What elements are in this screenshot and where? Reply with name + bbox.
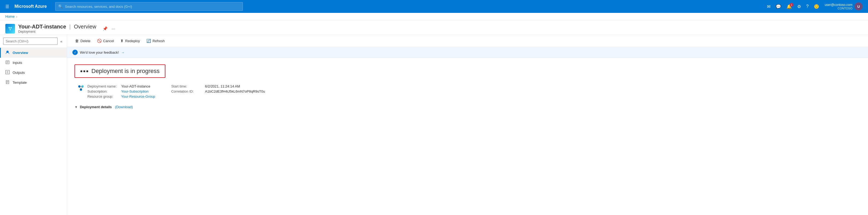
sidebar-item-label-template: Template [12,81,27,85]
resource-group-value[interactable]: Your-Resource-Group [121,95,155,99]
page-header: Your-ADT-instance | Overview Deployment … [0,20,868,35]
subscription-row: Subscription: Your-Subscription [87,89,155,93]
help-icon-button[interactable]: ? [804,2,811,10]
email-icon-button[interactable]: ✉ [765,2,773,11]
deployment-section: Deployment is in progress [67,58,868,115]
delete-button[interactable]: 🗑 Delete [72,37,93,45]
deployment-status-title: Deployment is in progress [91,68,159,75]
deployment-name-label: Deployment name: [87,84,120,88]
user-email: user@contoso.com [825,3,852,7]
deployment-info: Deployment name: Your-ADT-instance Subsc… [74,84,861,99]
cancel-button[interactable]: 🚫 Cancel [94,37,117,45]
feedback-link[interactable]: → [121,51,124,54]
status-dot-2 [83,70,85,72]
subscription-label: Subscription: [87,89,120,93]
header-actions: 📌 ··· [102,25,116,32]
user-text: user@contoso.com CONTOSO [825,3,852,10]
cancel-label: Cancel [103,39,114,43]
start-time-row: Start time: 6/2/2021, 11:24:14 AM [171,84,265,88]
sidebar-search-area: « [0,35,67,48]
resource-group-label: Resource group: [87,95,120,99]
breadcrumb-chevron-icon: › [17,15,18,18]
sidebar-search-input[interactable] [3,37,58,45]
redeploy-icon: ⬆ [120,39,124,43]
overview-icon [5,50,10,55]
refresh-label: Refresh [153,39,165,43]
refresh-icon: 🔄 [146,39,151,43]
inputs-icon [5,60,10,65]
delete-label: Delete [81,39,91,43]
settings-icon-button[interactable]: ⚙ [795,2,803,11]
subscription-value[interactable]: Your-Subscription [121,89,149,93]
feedback-icon: ✓ [72,50,78,55]
page-title: Your-ADT-instance [18,24,66,30]
notification-badge: 1 [790,3,794,7]
page-title-section: Your-ADT-instance | Overview Deployment [18,24,96,33]
cancel-icon: 🚫 [97,39,102,43]
pin-icon-button[interactable]: 📌 [102,25,109,32]
global-search-bar: 🔍 [55,2,243,11]
start-time-label: Start time: [171,84,204,88]
page-header-top: Your-ADT-instance | Overview Deployment … [5,24,863,33]
template-icon [5,80,10,85]
deployment-status-box: Deployment is in progress [74,64,165,78]
content-with-toolbar: 🗑 Delete 🚫 Cancel ⬆ Redeploy 🔄 Refresh ✓… [67,35,868,215]
sidebar-collapse-button[interactable]: « [59,38,64,45]
correlation-label: Correlation ID: [171,89,204,93]
main-layout: « Overview Inputs Outputs [0,35,868,215]
sidebar-item-label-outputs: Outputs [12,71,25,75]
deployment-info-column-right: Start time: 6/2/2021, 11:24:14 AM Correl… [171,84,265,99]
start-time-value: 6/2/2021, 11:24:14 AM [205,84,240,88]
sidebar-item-outputs[interactable]: Outputs [0,68,67,78]
details-chevron-icon: ▼ [74,105,78,109]
deployment-adt-icon [77,84,85,93]
top-navigation: ☰ Microsoft Azure 🔍 ✉ 💬 🔔 1 ⚙ ? 🙂 user@c… [0,0,868,13]
notifications-icon-button[interactable]: 🔔 1 [784,2,794,11]
redeploy-button[interactable]: ⬆ Redeploy [118,37,143,45]
smiley-icon-button[interactable]: 🙂 [812,2,822,11]
hamburger-menu-button[interactable]: ☰ [3,2,11,11]
feedback-bar: ✓ We'd love your feedback! → [67,47,868,58]
deployment-details-label: Deployment details [80,105,112,109]
feedback-text: We'd love your feedback! [80,51,119,54]
deployment-name-value: Your-ADT-instance [121,84,150,88]
feedback-icon-button[interactable]: 💬 [774,2,783,11]
page-view-name: Overview [74,24,96,30]
content-area: ✓ We'd love your feedback! → Deployment … [67,47,868,215]
sidebar-item-inputs[interactable]: Inputs [0,58,67,68]
deployment-info-column-left: Deployment name: Your-ADT-instance Subsc… [87,84,155,99]
sidebar-item-template[interactable]: Template [0,78,67,87]
sidebar: « Overview Inputs Outputs [0,35,67,215]
status-dot-1 [81,70,82,72]
deployment-name-row: Deployment name: Your-ADT-instance [87,84,155,88]
sidebar-nav: Overview Inputs Outputs Template [0,48,67,215]
refresh-button[interactable]: 🔄 Refresh [144,37,167,45]
redeploy-label: Redeploy [125,39,140,43]
status-dots [81,70,88,72]
sidebar-item-overview[interactable]: Overview [0,48,67,58]
deployment-info-left: Deployment name: Your-ADT-instance Subsc… [77,84,155,99]
user-org: CONTOSO [825,7,852,10]
adt-resource-icon [7,26,13,32]
brand-name: Microsoft Azure [14,4,46,9]
correlation-value: A1bC2dE3fH4iJ5kL6mN7oP8qR9sT0u [205,89,265,93]
user-avatar: U [855,2,863,10]
search-icon: 🔍 [58,4,63,8]
deployment-download-link[interactable]: (Download) [115,105,133,109]
sidebar-item-label-overview: Overview [12,51,28,55]
global-search-input[interactable] [65,5,240,8]
more-options-button[interactable]: ··· [111,25,116,32]
home-breadcrumb-link[interactable]: Home [5,15,15,19]
toolbar: 🗑 Delete 🚫 Cancel ⬆ Redeploy 🔄 Refresh [67,35,868,47]
nav-icons-group: ✉ 💬 🔔 1 ⚙ ? 🙂 user@contoso.com CONTOSO U [765,1,865,11]
user-profile-button[interactable]: user@contoso.com CONTOSO U [823,1,865,11]
deployment-details-row[interactable]: ▼ Deployment details (Download) [74,105,861,109]
resource-icon [5,24,15,33]
resource-group-row: Resource group: Your-Resource-Group [87,95,155,99]
page-title-separator: | [69,24,71,30]
page-subtitle: Deployment [18,30,96,33]
sidebar-item-label-inputs: Inputs [12,61,22,65]
breadcrumb: Home › [0,13,868,20]
delete-icon: 🗑 [75,39,79,43]
status-dot-3 [86,70,88,72]
